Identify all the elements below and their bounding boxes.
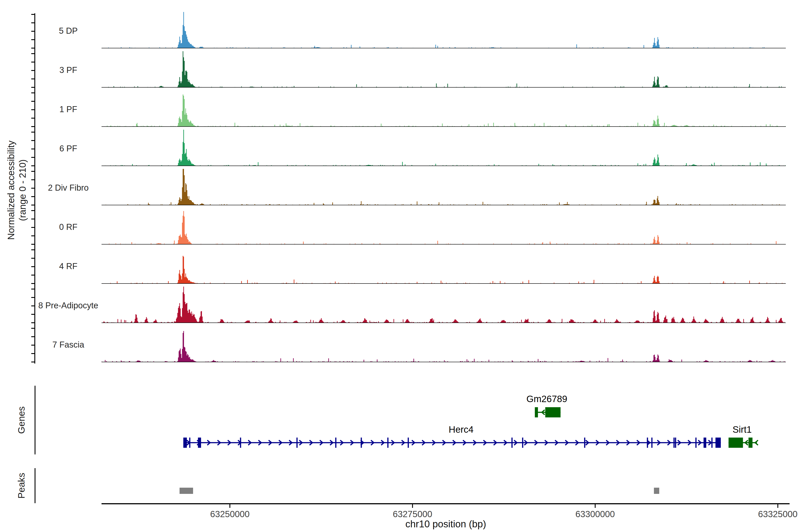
gene-exon xyxy=(748,438,753,448)
signal-area xyxy=(101,331,786,362)
y-axis-tick xyxy=(31,179,35,180)
y-axis-tick xyxy=(31,171,35,172)
y-axis-tick xyxy=(31,283,35,284)
x-axis-line xyxy=(101,503,790,504)
y-axis-tick xyxy=(31,362,35,362)
coverage-track-signal xyxy=(101,325,786,362)
y-axis-label-line2: (range 0 - 210) xyxy=(17,140,28,240)
gene-exon xyxy=(240,438,241,448)
track-baseline xyxy=(101,126,786,127)
gene-exon xyxy=(361,438,362,448)
track-baseline xyxy=(101,48,786,48)
gene-exon xyxy=(522,438,523,448)
gene-exon xyxy=(675,438,676,448)
y-axis-tick xyxy=(31,345,35,346)
track-baseline xyxy=(101,87,786,88)
signal-area xyxy=(101,51,786,87)
y-axis-tick xyxy=(31,14,35,15)
y-axis-tick xyxy=(31,196,35,197)
peaks-section-label: Peaks xyxy=(16,473,27,499)
gene-exon xyxy=(729,438,743,448)
signal-area xyxy=(101,12,786,48)
y-axis-label: Normalized accessibility (range 0 - 210) xyxy=(5,140,28,240)
y-axis-tick xyxy=(31,258,35,259)
x-axis-tick-label: 63325000 xyxy=(745,509,798,519)
genes-section-bracket xyxy=(35,386,36,454)
track-label: 6 PF xyxy=(29,144,108,154)
track-label: 0 RF xyxy=(29,222,108,232)
y-axis-tick xyxy=(31,132,35,133)
gene-exon xyxy=(183,438,187,448)
y-axis-tick xyxy=(31,118,35,119)
gene-label: Herc4 xyxy=(417,424,506,435)
track-baseline xyxy=(101,362,786,362)
gene-exon xyxy=(647,438,648,448)
track-label: 4 RF xyxy=(29,261,108,271)
y-axis-tick xyxy=(31,87,35,88)
x-axis-tick-label: 63275000 xyxy=(379,509,446,519)
genes-section-label: Genes xyxy=(16,406,27,434)
y-axis-tick xyxy=(31,227,35,228)
track-label: 8 Pre-Adipocyte xyxy=(29,300,108,310)
y-axis-tick xyxy=(31,109,35,110)
gene-exon xyxy=(584,438,585,448)
x-axis-tick-label: 63300000 xyxy=(562,509,628,519)
gene-exon xyxy=(335,438,336,448)
y-axis-tick xyxy=(31,140,35,141)
gene-exon xyxy=(545,407,560,417)
gene-exon xyxy=(696,438,697,448)
coverage-track-signal xyxy=(101,208,786,245)
gene-exon xyxy=(711,438,712,448)
signal-area xyxy=(101,169,786,205)
coverage-track-signal xyxy=(101,51,786,88)
gene-exon xyxy=(198,438,201,448)
signal-area xyxy=(101,287,786,323)
y-axis-tick xyxy=(31,157,35,158)
y-axis-tick xyxy=(31,101,35,102)
y-axis-tick xyxy=(31,39,35,40)
y-axis-tick xyxy=(31,53,35,54)
track-label: 2 Div Fibro xyxy=(29,183,108,193)
track-label: 3 PF xyxy=(29,65,108,75)
gene-exon xyxy=(651,438,652,448)
y-axis-label-line1: Normalized accessibility xyxy=(5,140,17,240)
track-baseline xyxy=(101,244,786,245)
y-axis-tick xyxy=(31,297,35,298)
y-axis-tick xyxy=(31,210,35,211)
signal-area xyxy=(101,211,786,244)
coverage-track-signal xyxy=(101,11,786,49)
gene-label: Gm26789 xyxy=(502,394,591,404)
called-peak xyxy=(654,488,659,494)
y-axis-tick xyxy=(31,62,35,62)
track-label: 1 PF xyxy=(29,104,108,114)
y-axis-tick xyxy=(31,305,35,306)
x-axis-tick-label: 63250000 xyxy=(197,509,263,519)
y-axis-tick xyxy=(31,289,35,289)
y-axis-tick xyxy=(31,235,35,236)
coverage-track-signal xyxy=(101,168,786,206)
gene-exon xyxy=(387,438,388,448)
y-axis-tick xyxy=(31,70,35,71)
y-axis-tick xyxy=(31,249,35,250)
y-axis-tick xyxy=(31,314,35,315)
coverage-track-signal xyxy=(101,247,786,284)
y-axis-tick xyxy=(31,328,35,329)
track-label: 5 DP xyxy=(29,26,108,36)
track-baseline xyxy=(101,323,786,323)
coverage-track-signal xyxy=(101,90,786,127)
x-axis-title: chr10 position (bp) xyxy=(313,518,579,530)
called-peak xyxy=(179,488,193,494)
coverage-track-signal xyxy=(101,129,786,166)
peaks-section-bracket xyxy=(35,468,36,503)
gene-exon xyxy=(407,438,409,448)
track-baseline xyxy=(101,205,786,205)
gene-exon xyxy=(716,438,721,448)
y-axis-tick xyxy=(31,244,35,245)
y-axis-tick xyxy=(31,48,35,49)
y-axis-tick xyxy=(31,165,35,166)
coverage-plot-figure: { "figure": { "y_axis_label_line1": "Nor… xyxy=(0,0,798,532)
signal-area xyxy=(101,130,786,166)
track-baseline xyxy=(101,166,786,166)
y-axis-tick xyxy=(31,336,35,337)
signal-area xyxy=(101,94,786,127)
